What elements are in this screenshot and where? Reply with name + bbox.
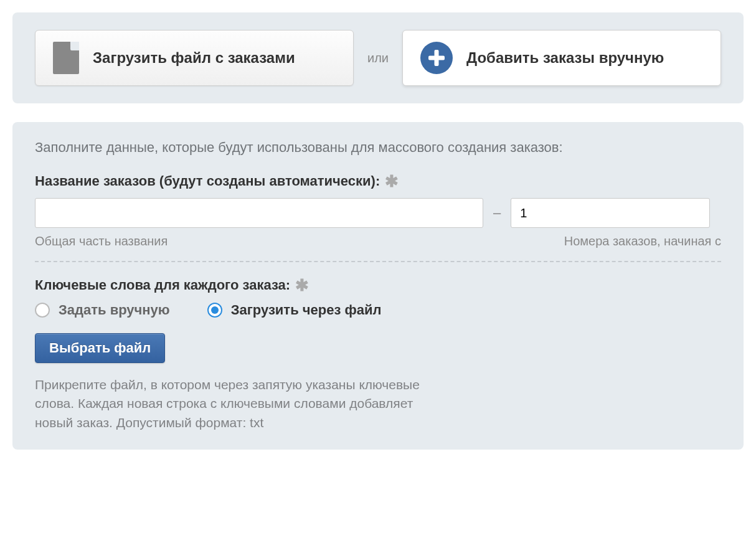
add-manual-label: Добавить заказы вручную bbox=[466, 49, 664, 67]
common-name-input[interactable] bbox=[35, 198, 483, 228]
keywords-method-radios: Задать вручную Загрузить через файл bbox=[35, 302, 721, 318]
dash-separator: – bbox=[491, 205, 503, 221]
keywords-label: Ключевые слова для каждого заказа: ✱ bbox=[35, 277, 721, 293]
section-divider bbox=[35, 261, 721, 262]
instruction-text: Заполните данные, которые будут использо… bbox=[35, 139, 721, 156]
or-separator: или bbox=[367, 51, 389, 65]
file-help-text: Прикрепите файл, в котором через запятую… bbox=[35, 375, 433, 432]
form-panel: Заполните данные, которые будут использо… bbox=[12, 122, 744, 450]
upload-method-panel: Загрузить файл с заказами или Добавить з… bbox=[12, 12, 744, 103]
radio-manual-label: Задать вручную bbox=[59, 302, 170, 318]
radio-file[interactable]: Загрузить через файл bbox=[207, 302, 382, 318]
radio-manual[interactable]: Задать вручную bbox=[35, 302, 170, 318]
upload-file-label: Загрузить файл с заказами bbox=[93, 49, 295, 67]
file-icon bbox=[53, 42, 79, 74]
start-number-input[interactable] bbox=[511, 198, 710, 228]
order-name-label: Название заказов (будут созданы автомати… bbox=[35, 173, 721, 189]
order-name-row: – bbox=[35, 198, 721, 228]
choose-file-button[interactable]: Выбрать файл bbox=[35, 333, 165, 363]
upload-file-tab[interactable]: Загрузить файл с заказами bbox=[35, 30, 354, 86]
add-manual-tab[interactable]: Добавить заказы вручную bbox=[402, 30, 721, 86]
start-number-hint: Номера заказов, начиная с bbox=[552, 234, 721, 248]
radio-file-label: Загрузить через файл bbox=[231, 302, 382, 318]
required-asterisk: ✱ bbox=[295, 281, 309, 290]
hints-row: Общая часть названия Номера заказов, нач… bbox=[35, 234, 721, 248]
radio-manual-circle bbox=[35, 303, 50, 318]
common-name-hint: Общая часть названия bbox=[35, 234, 496, 248]
plus-icon bbox=[420, 42, 453, 74]
required-asterisk: ✱ bbox=[385, 177, 399, 186]
radio-file-circle bbox=[207, 303, 222, 318]
